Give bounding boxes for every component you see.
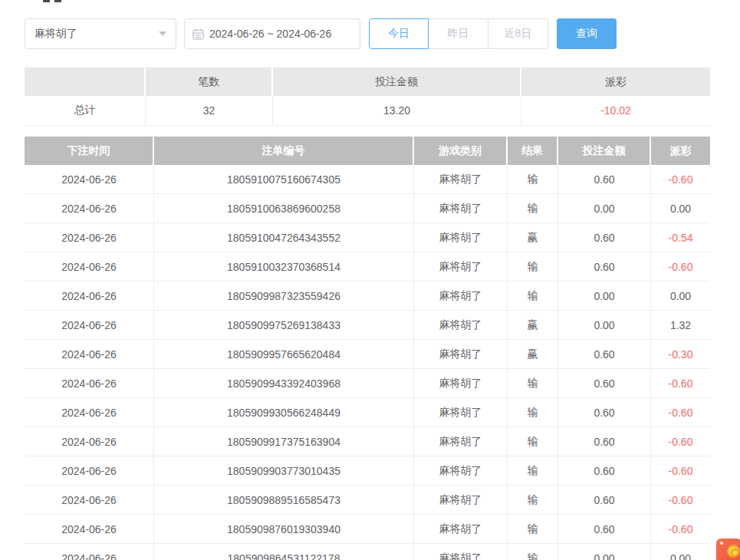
calendar-icon [192,28,204,40]
cell-game: 麻将胡了 [414,398,508,427]
cell-bet-id: 1805909917375163904 [154,427,414,456]
cell-result: 输 [508,427,558,456]
cell-bet-id: 1805909876019303940 [154,515,414,543]
table-row: 2024-06-261805910047264343552麻将胡了赢0.60-0… [25,223,710,252]
cell-payout: -0.60 [651,427,710,456]
cell-payout: -0.60 [651,515,710,543]
cell-result: 输 [508,544,558,560]
cell-bet-id: 1805909957665620484 [154,340,414,368]
cell-bet-amount: 0.00 [558,311,651,339]
game-select-value: 麻将胡了 [35,27,159,41]
clipped-glyph [54,0,61,2]
query-button[interactable]: 查询 [557,18,617,49]
cell-bet-time: 2024-06-26 [25,165,154,193]
cell-payout: -0.60 [651,398,710,427]
cell-game: 麻将胡了 [414,486,508,514]
cell-payout: 1.32 [651,311,710,339]
date-range-input[interactable]: 2024-06-26 ~ 2024-06-26 [184,18,360,49]
summary-total-row: 总计 32 13.20 -10.02 [25,96,710,126]
cell-game: 麻将胡了 [414,252,508,281]
header-bet-time: 下注时间 [25,137,154,165]
cell-bet-amount: 0.00 [558,544,651,560]
bet-records-page: 麻将胡了 2024-06-26 ~ 2024-06-26 今日 昨日 近8日 查… [0,0,740,560]
cell-payout: -0.60 [651,369,710,397]
cell-result: 输 [508,398,558,427]
cell-game: 麻将胡了 [414,282,508,310]
cell-payout: -0.60 [651,456,710,485]
cell-bet-id: 1805909943392403968 [154,369,414,397]
table-row: 2024-06-261805910075160674305麻将胡了输0.60-0… [25,165,710,194]
clipped-glyph [43,0,50,2]
clipped-page-title [43,0,61,2]
cell-result: 输 [508,165,558,193]
cell-payout: 0.00 [651,282,710,310]
cell-game: 麻将胡了 [414,311,508,339]
cell-payout: -0.54 [651,223,710,252]
cell-bet-amount: 0.60 [558,223,651,252]
cell-bet-amount: 0.00 [558,282,651,310]
cell-bet-id: 1805909889516585473 [154,486,414,514]
cell-game: 麻将胡了 [414,340,508,368]
cell-bet-amount: 0.60 [558,398,651,427]
summary-payout: -10.02 [521,96,710,125]
cell-game: 麻将胡了 [414,194,508,222]
quick-button-today[interactable]: 今日 [369,18,429,49]
date-range-value: 2024-06-26 ~ 2024-06-26 [209,28,331,40]
summary-header-row: 笔数 投注金额 派彩 [25,68,710,96]
red-envelope-widget[interactable] [716,539,740,560]
quick-button-last8days[interactable]: 近8日 [488,18,548,49]
summary-bet-amount: 13.20 [273,96,521,125]
cell-bet-id: 1805909864531122178 [154,544,414,560]
table-row: 2024-06-261805909889516585473麻将胡了输0.60-0… [25,486,710,515]
cell-bet-id: 1805910075160674305 [154,165,414,193]
cell-result: 输 [508,194,558,222]
cell-result: 赢 [508,311,558,339]
summary-header-payout: 派彩 [521,68,710,96]
cell-payout: -0.60 [651,165,710,193]
filter-bar: 麻将胡了 2024-06-26 ~ 2024-06-26 今日 昨日 近8日 查… [25,18,617,49]
cell-bet-time: 2024-06-26 [25,369,154,397]
cell-game: 麻将胡了 [414,369,508,397]
table-row: 2024-06-261805909903773010435麻将胡了输0.60-0… [25,456,710,486]
table-row: 2024-06-261805909987323559426麻将胡了输0.000.… [25,282,710,311]
cell-bet-id: 1805910032370368514 [154,252,414,281]
bet-records-table: 下注时间 注单编号 游戏类别 结果 投注金额 派彩 2024-06-261805… [25,137,710,560]
cell-result: 输 [508,369,558,397]
cell-bet-time: 2024-06-26 [25,544,154,560]
cell-bet-time: 2024-06-26 [25,282,154,310]
summary-count: 32 [146,96,273,125]
cell-game: 麻将胡了 [414,456,508,485]
table-row: 2024-06-261805909943392403968麻将胡了输0.60-0… [25,369,710,398]
summary-header-bet-amount: 投注金额 [273,68,521,96]
cell-payout: 0.00 [651,544,710,560]
cell-bet-time: 2024-06-26 [25,398,154,427]
cell-result: 输 [508,282,558,310]
cell-bet-time: 2024-06-26 [25,340,154,368]
header-bet-amount: 投注金额 [558,137,651,165]
table-row: 2024-06-261805909930566248449麻将胡了输0.60-0… [25,398,710,427]
quick-range-group: 今日 昨日 近8日 [369,18,548,49]
cell-payout: -0.60 [651,486,710,514]
cell-result: 输 [508,252,558,281]
game-select[interactable]: 麻将胡了 [25,18,176,49]
cell-result: 输 [508,486,558,514]
quick-button-yesterday[interactable]: 昨日 [429,18,488,49]
summary-header-blank [25,68,146,96]
cell-bet-id: 1805909987323559426 [154,282,414,310]
cell-bet-time: 2024-06-26 [25,456,154,485]
header-result: 结果 [508,137,558,165]
cell-bet-amount: 0.60 [558,340,651,368]
cell-bet-time: 2024-06-26 [25,252,154,281]
bet-table-body: 2024-06-261805910075160674305麻将胡了输0.60-0… [25,165,710,560]
cell-bet-id: 1805909903773010435 [154,456,414,485]
table-row: 2024-06-261805909975269138433麻将胡了赢0.001.… [25,311,710,340]
table-row: 2024-06-261805909917375163904麻将胡了输0.60-0… [25,427,710,456]
table-row: 2024-06-261805910063869600258麻将胡了输0.000.… [25,194,710,223]
cell-bet-amount: 0.60 [558,515,651,543]
table-row: 2024-06-261805909864531122178麻将胡了输0.000.… [25,544,710,560]
cell-bet-amount: 0.60 [558,486,651,514]
cell-result: 赢 [508,223,558,252]
cell-result: 输 [508,456,558,485]
cell-bet-id: 1805909930566248449 [154,398,414,427]
cell-game: 麻将胡了 [414,515,508,543]
